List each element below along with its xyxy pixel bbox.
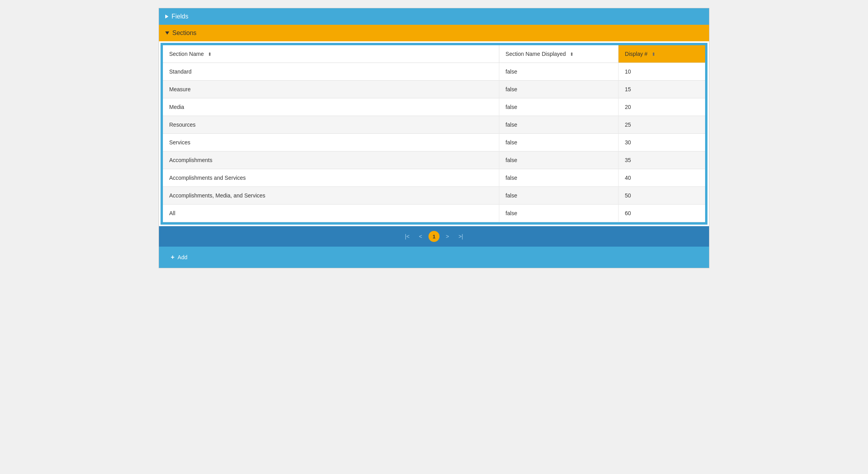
pagination-first-button[interactable]: |< xyxy=(402,232,413,241)
table-inner: Section Name Section Name Displayed Disp… xyxy=(163,45,705,222)
cell-section-name-displayed: false xyxy=(499,116,618,134)
cell-display-num: 60 xyxy=(619,205,705,222)
cell-section-name-displayed: false xyxy=(499,81,618,98)
table-body: Standardfalse10Measurefalse15Mediafalse2… xyxy=(163,63,705,222)
main-container: Fields Sections Section Name Section Nam… xyxy=(159,8,709,268)
cell-section-name-displayed: false xyxy=(499,169,618,187)
cell-section-name: Accomplishments xyxy=(163,151,499,169)
pagination-bar: |< < 1 > >| xyxy=(159,226,709,247)
cell-display-num: 30 xyxy=(619,134,705,151)
sections-expand-icon xyxy=(165,31,169,35)
sections-header-label: Sections xyxy=(172,30,196,37)
col-header-section-name[interactable]: Section Name xyxy=(163,45,499,63)
pagination-last-button[interactable]: >| xyxy=(455,232,466,241)
cell-section-name-displayed: false xyxy=(499,134,618,151)
pagination-prev-button[interactable]: < xyxy=(416,232,425,241)
col-header-display-num[interactable]: Display # xyxy=(619,45,705,63)
cell-section-name-displayed: false xyxy=(499,205,618,222)
add-button-label: Add xyxy=(177,254,187,260)
cell-section-name-displayed: false xyxy=(499,187,618,205)
pagination-current-page[interactable]: 1 xyxy=(428,231,440,242)
table-row[interactable]: Measurefalse15 xyxy=(163,81,705,98)
cell-section-name: Accomplishments, Media, and Services xyxy=(163,187,499,205)
cell-section-name: Resources xyxy=(163,116,499,134)
col-header-section-name-displayed[interactable]: Section Name Displayed xyxy=(499,45,618,63)
cell-section-name-displayed: false xyxy=(499,151,618,169)
cell-display-num: 25 xyxy=(619,116,705,134)
cell-display-num: 15 xyxy=(619,81,705,98)
cell-section-name: Services xyxy=(163,134,499,151)
table-row[interactable]: Accomplishments, Media, and Servicesfals… xyxy=(163,187,705,205)
sort-icon-display-num[interactable] xyxy=(652,52,656,57)
sections-header[interactable]: Sections xyxy=(159,25,709,41)
cell-display-num: 35 xyxy=(619,151,705,169)
cell-display-num: 40 xyxy=(619,169,705,187)
sort-icon-section-name-displayed[interactable] xyxy=(570,52,574,57)
cell-display-num: 50 xyxy=(619,187,705,205)
fields-header-label: Fields xyxy=(172,13,188,20)
cell-section-name: Accomplishments and Services xyxy=(163,169,499,187)
table-row[interactable]: Accomplishmentsfalse35 xyxy=(163,151,705,169)
add-section: + Add xyxy=(159,247,709,268)
cell-section-name: Standard xyxy=(163,63,499,81)
sort-icon-section-name[interactable] xyxy=(208,52,212,57)
table-row[interactable]: Servicesfalse30 xyxy=(163,134,705,151)
fields-header[interactable]: Fields xyxy=(159,8,709,25)
cell-display-num: 10 xyxy=(619,63,705,81)
sections-table: Section Name Section Name Displayed Disp… xyxy=(163,45,705,222)
add-button[interactable]: + Add xyxy=(164,251,194,264)
table-row[interactable]: Allfalse60 xyxy=(163,205,705,222)
table-header-row: Section Name Section Name Displayed Disp… xyxy=(163,45,705,63)
plus-icon: + xyxy=(171,254,174,261)
cell-section-name: Media xyxy=(163,98,499,116)
cell-display-num: 20 xyxy=(619,98,705,116)
cell-section-name: All xyxy=(163,205,499,222)
table-row[interactable]: Mediafalse20 xyxy=(163,98,705,116)
table-row[interactable]: Accomplishments and Servicesfalse40 xyxy=(163,169,705,187)
fields-collapse-icon xyxy=(165,15,168,18)
table-row[interactable]: Resourcesfalse25 xyxy=(163,116,705,134)
cell-section-name-displayed: false xyxy=(499,63,618,81)
cell-section-name: Measure xyxy=(163,81,499,98)
table-wrapper: Section Name Section Name Displayed Disp… xyxy=(161,43,707,225)
table-row[interactable]: Standardfalse10 xyxy=(163,63,705,81)
pagination-next-button[interactable]: > xyxy=(443,232,452,241)
cell-section-name-displayed: false xyxy=(499,98,618,116)
